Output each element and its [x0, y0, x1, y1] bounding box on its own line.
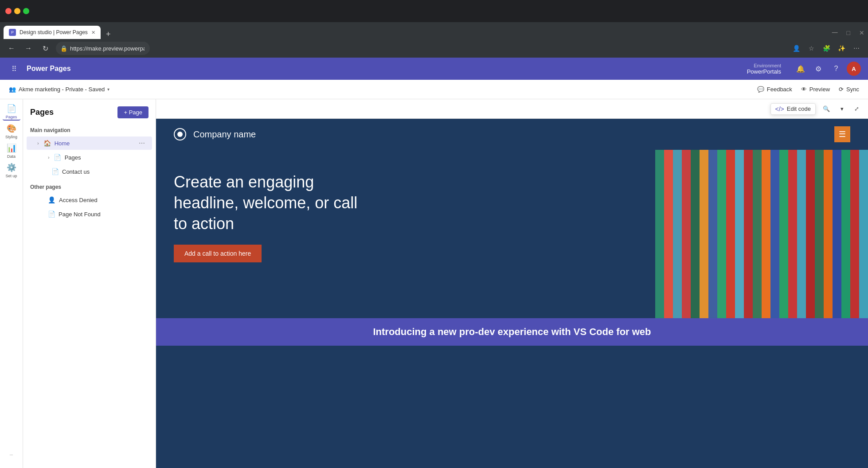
avatar[interactable]: A — [847, 62, 861, 76]
extensions-icon[interactable]: 🧩 — [820, 42, 833, 55]
nav-item-pages[interactable]: › 📄 Pages — [27, 151, 152, 164]
page-not-found-icon: 📄 — [48, 211, 55, 218]
address-bar-icons: 👤 ☆ 🧩 ✨ ⋯ — [790, 42, 863, 55]
setup-icon: ⚙️ — [7, 163, 16, 172]
zoom-out-button[interactable]: 🔍 — [819, 104, 833, 114]
sidebar-item-styling[interactable]: 🎨 Styling — [3, 122, 20, 140]
sync-button[interactable]: ⟳ Sync — [839, 86, 859, 93]
active-tab[interactable]: P Design studio | Power Pages ✕ — [4, 26, 101, 39]
home-more-icon[interactable]: ⋯ — [139, 140, 145, 147]
styling-icon: 🎨 — [7, 124, 16, 133]
site-logo-inner — [177, 132, 183, 137]
sidebar-item-more[interactable]: ... — [3, 445, 20, 463]
site-hamburger-button[interactable]: ☰ — [834, 126, 850, 142]
sidebar-item-data[interactable]: 📊 Data — [3, 142, 20, 160]
notification-button[interactable]: 🔔 — [794, 62, 808, 76]
stripe — [797, 150, 806, 318]
site-header: Company name ☰ — [156, 119, 868, 150]
forward-button[interactable]: → — [22, 42, 35, 55]
site-hero-image — [655, 150, 868, 318]
url-input[interactable] — [56, 42, 150, 55]
maximize-btn[interactable] — [23, 8, 29, 14]
sidebar-title: Pages — [30, 108, 54, 117]
app-name: Power Pages — [27, 65, 71, 73]
more-menu-icon[interactable]: ⋯ — [850, 42, 863, 55]
stripes-visualization — [655, 150, 868, 318]
add-page-button[interactable]: + Page — [117, 106, 149, 118]
site-cta-button[interactable]: Add a call to action here — [174, 245, 262, 262]
more-nav-label: ... — [10, 452, 13, 456]
styling-nav-label: Styling — [5, 135, 17, 139]
zoom-dropdown-button[interactable]: ▾ — [837, 104, 847, 114]
new-tab-button[interactable]: + — [102, 30, 114, 39]
minimize-btn[interactable] — [14, 8, 20, 14]
stripe — [833, 150, 841, 318]
site-preview: Company name ☰ Create an engaging headli… — [156, 119, 868, 468]
stripe — [664, 150, 673, 318]
left-icons-bottom: ... — [3, 445, 20, 463]
stripe — [726, 150, 735, 318]
tab-close-icon[interactable]: ✕ — [91, 30, 95, 35]
edit-code-button[interactable]: </> Edit code — [770, 103, 816, 115]
expand-arrow-icon: › — [37, 140, 39, 146]
main-layout: 📄 Pages 🎨 Styling 📊 Data ⚙️ Set up ... — [0, 99, 868, 468]
waffle-menu-button[interactable]: ⠿ — [7, 62, 21, 76]
feedback-icon: 💬 — [757, 86, 764, 93]
zoom-out-icon: 🔍 — [823, 105, 830, 112]
sidebar: Pages + Page Main navigation › 🏠 Home ⋯ … — [23, 99, 156, 468]
sync-icon: ⟳ — [839, 86, 844, 93]
content-bar: 👥 Akme marketing - Private - Saved ▾ 💬 F… — [0, 80, 868, 99]
sidebar-item-pages[interactable]: 📄 Pages — [3, 103, 20, 121]
close-window-icon[interactable]: ✕ — [859, 29, 864, 36]
copilot-icon[interactable]: ✨ — [835, 42, 848, 55]
feedback-button[interactable]: 💬 Feedback — [757, 86, 792, 93]
feedback-label: Feedback — [767, 86, 792, 93]
canvas-frame: Company name ☰ Create an engaging headli… — [156, 119, 868, 468]
environment-label: Environment — [754, 63, 781, 68]
tab-title: Design studio | Power Pages — [20, 29, 88, 35]
site-hero-content: Create an engaging headline, welcome, or… — [156, 150, 655, 318]
edit-code-label: Edit code — [787, 105, 811, 112]
nav-item-contact-us[interactable]: 📄 Contact us — [27, 165, 152, 178]
profile-icon[interactable]: 👤 — [790, 42, 802, 55]
site-hero-title: Create an engaging headline, welcome, or… — [174, 172, 373, 234]
stripe — [815, 150, 824, 318]
nav-item-home[interactable]: › 🏠 Home ⋯ — [27, 136, 152, 150]
company-name: Company name — [193, 129, 256, 140]
stripe — [673, 150, 682, 318]
stripe — [753, 150, 762, 318]
minimize-window-icon[interactable]: ─ — [832, 28, 838, 37]
nav-item-page-not-found[interactable]: 📄 Page Not Found — [27, 207, 152, 221]
canvas-area: </> Edit code 🔍 ▾ ⤢ Company name — [156, 99, 868, 468]
close-btn[interactable] — [5, 8, 12, 14]
stripe — [762, 150, 770, 318]
site-name: Akme marketing - Private - Saved — [19, 86, 105, 93]
stripe — [655, 150, 664, 318]
app-shell: ⠿ Power Pages Environment PowerPortals 🔔… — [0, 58, 868, 468]
canvas-toolbar: </> Edit code 🔍 ▾ ⤢ — [156, 99, 868, 119]
data-nav-label: Data — [7, 154, 16, 159]
site-hero: Create an engaging headline, welcome, or… — [156, 150, 868, 318]
help-button[interactable]: ? — [829, 62, 843, 76]
reload-button[interactable]: ↻ — [39, 42, 51, 55]
tab-bar: P Design studio | Power Pages ✕ + ─ □ ✕ — [0, 22, 868, 39]
settings-button[interactable]: ⚙ — [811, 62, 825, 76]
site-logo — [174, 128, 186, 140]
stripe — [824, 150, 833, 318]
site-dropdown-arrow[interactable]: ▾ — [107, 87, 109, 92]
stripe — [779, 150, 788, 318]
nav-item-access-denied[interactable]: 👤 Access Denied — [27, 193, 152, 207]
stripe — [735, 150, 744, 318]
fullscreen-button[interactable]: ⤢ — [851, 104, 863, 114]
stripe — [682, 150, 691, 318]
edit-code-icon: </> — [775, 105, 784, 113]
pages-page-icon: 📄 — [54, 154, 61, 161]
restore-window-icon[interactable]: □ — [847, 29, 850, 36]
sidebar-item-setup[interactable]: ⚙️ Set up — [3, 161, 20, 179]
star-icon[interactable]: ☆ — [805, 42, 817, 55]
contact-page-icon: 📄 — [51, 168, 59, 175]
back-button[interactable]: ← — [5, 42, 18, 55]
stripe — [691, 150, 700, 318]
preview-button[interactable]: 👁 Preview — [801, 86, 830, 93]
access-denied-label: Access Denied — [59, 197, 98, 203]
